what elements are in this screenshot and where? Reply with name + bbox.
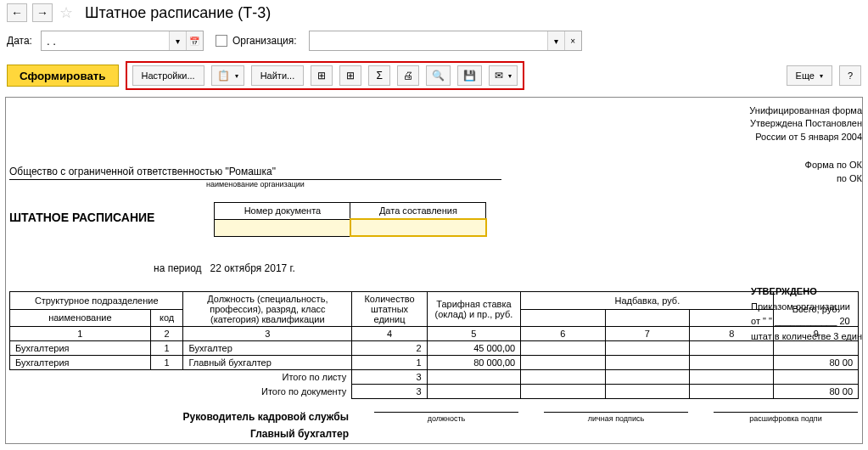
forma-okud: Форма по ОК [749, 159, 862, 172]
sigma-icon: Σ [376, 70, 382, 82]
save-button[interactable]: 💾 [457, 65, 482, 86]
form-header-3: России от 5 января 2004 [749, 131, 862, 143]
docnum-cell[interactable] [215, 219, 350, 236]
sign-position: должность [374, 412, 518, 423]
th-bonus: Надбавка, руб. [521, 292, 774, 310]
th-qty: Количество штатных единиц [352, 292, 427, 327]
org-clear-icon[interactable]: × [564, 31, 581, 50]
collapse-icon: ⊞ [346, 70, 355, 82]
staff-table: Структурное подразделение Должность (спе… [9, 291, 859, 399]
page-title: Штатное расписание (Т-3) [80, 4, 271, 22]
more-button[interactable]: Еще▾ [787, 65, 832, 86]
copy-button[interactable]: 📋▾ [211, 65, 244, 86]
nav-forward-button[interactable]: → [32, 3, 53, 22]
mail-button[interactable]: ✉▾ [489, 65, 518, 86]
po-okpo: по ОК [749, 172, 862, 185]
sign-fullname: расшифровка подпи [714, 412, 858, 423]
period-value: 22 октября 2017 г. [210, 262, 295, 274]
table-row: Бухгалтерия 1 Главный бухгалтер 1 80 000… [10, 356, 859, 370]
th-subunit: Структурное подразделение [10, 292, 183, 310]
th-sub-code: код [150, 309, 183, 327]
organization-name: Общество с ограниченной ответственностью… [9, 166, 859, 177]
hdr-docdate: Дата составления [350, 203, 486, 220]
print-button[interactable]: 🖨 [397, 65, 419, 86]
date-calendar-icon[interactable]: 📅 [186, 31, 203, 50]
org-input[interactable]: ▾ × [309, 31, 582, 51]
hdr-docnum: Номер документа [215, 203, 350, 220]
table-row: Бухгалтерия 1 Бухгалтер 2 45 000,00 [10, 341, 859, 356]
period-label: на период [154, 262, 202, 274]
sign-signature: личная подпись [544, 412, 688, 423]
save-icon: 💾 [463, 70, 476, 82]
sum-button[interactable]: Σ [368, 65, 390, 86]
form-button[interactable]: Сформировать [7, 65, 119, 87]
org-checkbox[interactable] [216, 35, 227, 47]
document-title: ШТАТНОЕ РАСПИСАНИЕ [9, 202, 154, 224]
preview-icon: 🔍 [432, 70, 445, 82]
form-header-2: Утверждена Постановлен [749, 117, 862, 130]
find-button[interactable]: Найти... [251, 65, 305, 86]
org-label: Организация: [232, 35, 297, 47]
favorite-star-icon[interactable]: ☆ [58, 4, 75, 21]
mail-icon: ✉ [495, 70, 503, 82]
th-sub-name: наименование [10, 309, 151, 327]
date-field[interactable] [42, 31, 169, 50]
chief-acc-label: Главный бухгалтер [9, 428, 349, 440]
colnum-row: 1 2 3 4 5 6 7 8 9 [10, 327, 859, 341]
form-codes-block: Унифицированная форма Утверждена Постано… [749, 104, 862, 185]
approved-block: УТВЕРЖДЕНО Приказом организации от " " _… [751, 284, 862, 344]
copy-icon: 📋 [217, 70, 230, 82]
highlighted-toolbar: Настройки... 📋▾ Найти... ⊞ ⊞ Σ 🖨 🔍 💾 ✉▾ [126, 61, 525, 90]
doc-header-table: Номер документа Дата составления [214, 202, 487, 237]
report-area: Унифицированная форма Утверждена Постано… [5, 97, 863, 444]
approved-line1: Приказом организации [751, 300, 862, 315]
th-position: Должность (специальность, профессия), ра… [183, 292, 352, 327]
help-button[interactable]: ? [839, 65, 861, 86]
date-input[interactable]: ▾ 📅 [41, 31, 204, 51]
th-rate: Тарифная ставка (оклад) и пр., руб. [427, 292, 520, 327]
org-field[interactable] [310, 31, 547, 50]
hr-head-label: Руководитель кадровой службы [9, 411, 349, 423]
preview-button[interactable]: 🔍 [426, 65, 451, 86]
date-dropdown-icon[interactable]: ▾ [169, 31, 186, 50]
print-icon: 🖨 [403, 70, 413, 82]
expand-groups-button[interactable]: ⊞ [311, 65, 333, 86]
collapse-groups-button[interactable]: ⊞ [339, 65, 361, 86]
totals-sheet: Итого по листу 3 [10, 370, 859, 385]
form-header-1: Унифицированная форма [749, 104, 862, 117]
expand-icon: ⊞ [317, 70, 326, 82]
approved-title: УТВЕРЖДЕНО [751, 284, 862, 300]
docdate-cell[interactable] [350, 219, 486, 236]
date-label: Дата: [7, 35, 32, 47]
th-bonus-1 [521, 309, 605, 327]
settings-button[interactable]: Настройки... [132, 65, 204, 86]
org-dropdown-icon[interactable]: ▾ [547, 31, 564, 50]
th-bonus-2 [605, 309, 689, 327]
approved-line3: штат в количестве 3 един [751, 329, 862, 345]
approved-line2: от " " ____________ 20 [751, 314, 862, 329]
organization-caption: наименование организации [9, 179, 501, 188]
nav-back-button[interactable]: ← [7, 3, 27, 22]
totals-doc: Итого по документу 3 80 00 [10, 385, 859, 399]
